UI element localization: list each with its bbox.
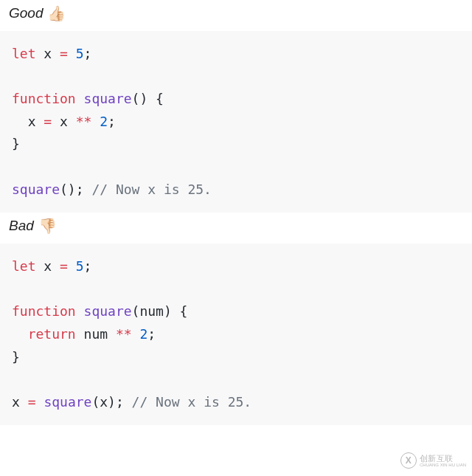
code-token: (); [60, 182, 91, 197]
code-token: 2 [100, 114, 108, 129]
code-token: ** [116, 326, 132, 342]
code-token: () { [132, 91, 164, 106]
code-token: 5 [76, 258, 84, 274]
code-token: return [28, 326, 76, 342]
code-token: (x); [91, 394, 131, 410]
code-token [76, 303, 84, 319]
bad-label: Bad👎🏻 [0, 213, 472, 244]
code-token [132, 326, 140, 342]
code-token: function [12, 303, 76, 319]
code-token: ; [148, 326, 156, 342]
code-token [91, 114, 100, 129]
code-token: function [12, 91, 76, 106]
code-token: x [36, 46, 60, 61]
good-label: Good👍🏻 [0, 0, 472, 31]
code-token: = [28, 394, 36, 410]
code-token: ** [76, 114, 92, 129]
code-token: = [60, 258, 68, 274]
code-token: let [12, 46, 36, 61]
code-token [76, 91, 84, 106]
code-token: // Now x is 25. [91, 182, 212, 197]
code-token: } [12, 349, 20, 365]
code-block: let x = 5; function square() { x = x ** … [0, 31, 472, 213]
section-label-text: Good [9, 5, 43, 21]
code-token: square [84, 91, 132, 106]
thumbs-down-icon: 👎🏻 [38, 217, 57, 235]
code-block: let x = 5; function square(num) { return… [0, 244, 472, 425]
code-token [12, 326, 28, 342]
code-token: = [60, 46, 68, 61]
code-token: x [12, 394, 28, 410]
code-token: x [36, 258, 60, 274]
code-token: x [52, 114, 76, 129]
code-token [68, 258, 76, 274]
code-token: ; [84, 258, 92, 274]
code-token: let [12, 258, 36, 274]
code-token: // Now x is 25. [132, 394, 252, 410]
code-token: 2 [139, 326, 148, 342]
code-token: ; [84, 46, 92, 61]
code-token: square [44, 394, 91, 410]
code-token: = [44, 114, 52, 129]
code-token: square [84, 303, 132, 319]
code-token: (num) { [132, 303, 188, 319]
thumbs-up-icon: 👍🏻 [47, 4, 66, 22]
code-token: ; [108, 114, 116, 129]
code-token: } [12, 136, 20, 151]
code-token: 5 [76, 46, 84, 61]
section-label-text: Bad [9, 218, 34, 234]
code-token: square [12, 182, 60, 197]
code-token [68, 46, 76, 61]
code-token [36, 394, 44, 410]
code-token: num [76, 326, 116, 342]
code-token: x [12, 114, 44, 129]
